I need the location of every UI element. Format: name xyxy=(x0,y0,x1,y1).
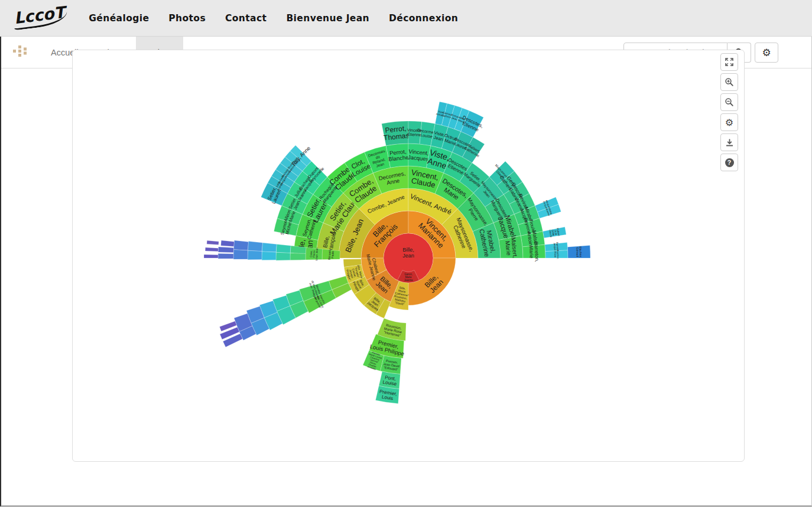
nav-item-photos[interactable]: Photos xyxy=(168,13,206,24)
zoom-out-button[interactable] xyxy=(720,93,738,111)
fullscreen-icon xyxy=(725,57,734,67)
sunburst-segment[interactable] xyxy=(205,247,218,252)
sunburst-segment[interactable] xyxy=(233,250,248,260)
zoom-in-icon xyxy=(725,77,734,87)
sunburst-chart[interactable]: Garon,MarieJeanneBille,FrançoisVincent,M… xyxy=(73,50,744,461)
sunburst-segment[interactable] xyxy=(218,253,233,259)
zoom-in-button[interactable] xyxy=(720,73,738,91)
sunburst-segment[interactable] xyxy=(218,247,233,253)
zoom-out-icon xyxy=(725,97,734,107)
segment-label: Vincent,Jacques xyxy=(408,148,430,162)
sunburst-segment[interactable] xyxy=(276,244,291,253)
sunburst-segment[interactable] xyxy=(221,240,235,246)
download-button[interactable] xyxy=(720,133,738,151)
gear-icon: ⚙ xyxy=(725,117,733,128)
sunburst-segment[interactable] xyxy=(248,250,262,260)
gear-icon: ⚙ xyxy=(762,47,771,59)
chart-settings-button[interactable]: ⚙ xyxy=(720,113,738,131)
nav-item-bienvenue[interactable]: Bienvenue Jean xyxy=(286,13,369,24)
content-frame: Accueil Index Arbre ⚙ Garon,MarieJeanneB… xyxy=(0,37,812,507)
search-settings-button[interactable]: ⚙ xyxy=(755,43,778,63)
chart-controls: ⚙ ? xyxy=(720,53,738,174)
tree-icon xyxy=(13,45,27,60)
sunburst-segment[interactable] xyxy=(276,252,290,260)
help-button[interactable]: ? xyxy=(720,154,738,171)
help-icon: ? xyxy=(725,158,734,167)
sunburst-segment[interactable] xyxy=(233,240,248,250)
center-label: Bille,Jean xyxy=(402,247,414,258)
nav-item-genealogie[interactable]: Généalogie xyxy=(89,13,149,24)
segment-label: Perrot,Thomas xyxy=(382,124,410,142)
segment-label: Blachier,Géraud xyxy=(576,246,583,258)
nav-item-contact[interactable]: Contact xyxy=(225,13,267,24)
sunburst-segment[interactable] xyxy=(290,246,306,253)
segment-label: Malsertdit leGrêle,Claude xyxy=(548,228,560,238)
sunburst-segment[interactable] xyxy=(204,255,218,258)
sunburst-segment[interactable] xyxy=(262,243,277,252)
top-navbar: LccoT Généalogie Photos Contact Bienvenu… xyxy=(0,0,812,37)
sunburst-segment[interactable] xyxy=(248,242,262,252)
fullscreen-button[interactable] xyxy=(720,53,738,71)
sunburst-segment[interactable] xyxy=(207,240,219,244)
chart-card: Garon,MarieJeanneBille,FrançoisVincent,M… xyxy=(72,50,745,462)
segment-label: Perrot,Blanche xyxy=(388,148,409,162)
download-icon xyxy=(725,138,734,147)
nav-item-deconnexion[interactable]: Déconnexion xyxy=(389,13,458,24)
sunburst-segment[interactable] xyxy=(290,253,306,260)
brand-logo[interactable]: LccoT xyxy=(12,2,69,30)
sunburst-segment[interactable] xyxy=(262,252,276,260)
segment-label: Garon,MarieJeanne xyxy=(404,273,413,281)
